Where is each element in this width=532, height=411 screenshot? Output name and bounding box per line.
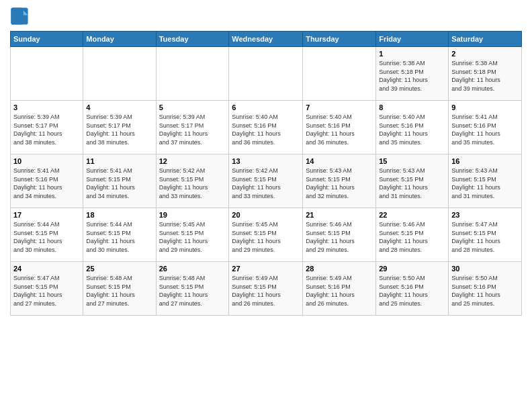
col-header-tuesday: Tuesday (156, 32, 229, 47)
day-number: 9 (451, 103, 519, 111)
day-detail: Sunrise: 5:46 AM Sunset: 5:15 PM Dayligh… (379, 220, 445, 254)
day-cell: 22Sunrise: 5:46 AM Sunset: 5:15 PM Dayli… (376, 208, 449, 262)
day-number: 6 (232, 103, 300, 111)
day-number: 4 (86, 103, 152, 111)
day-cell: 26Sunrise: 5:48 AM Sunset: 5:15 PM Dayli… (156, 262, 229, 316)
day-cell: 27Sunrise: 5:49 AM Sunset: 5:15 PM Dayli… (229, 262, 303, 316)
day-cell: 16Sunrise: 5:43 AM Sunset: 5:15 PM Dayli… (449, 154, 522, 208)
day-cell: 6Sunrise: 5:40 AM Sunset: 5:16 PM Daylig… (229, 101, 303, 154)
day-number: 23 (451, 211, 519, 219)
day-number: 30 (451, 265, 519, 273)
day-cell: 1Sunrise: 5:38 AM Sunset: 5:18 PM Daylig… (376, 47, 449, 101)
day-number: 11 (86, 157, 152, 165)
day-cell: 5Sunrise: 5:39 AM Sunset: 5:17 PM Daylig… (156, 101, 229, 154)
header (10, 7, 522, 26)
day-detail: Sunrise: 5:49 AM Sunset: 5:16 PM Dayligh… (306, 274, 373, 308)
day-cell: 23Sunrise: 5:47 AM Sunset: 5:15 PM Dayli… (449, 208, 522, 262)
day-number: 5 (159, 103, 226, 111)
day-cell: 2Sunrise: 5:38 AM Sunset: 5:18 PM Daylig… (449, 47, 522, 101)
logo (10, 7, 32, 26)
day-detail: Sunrise: 5:41 AM Sunset: 5:16 PM Dayligh… (451, 113, 519, 146)
day-detail: Sunrise: 5:50 AM Sunset: 5:16 PM Dayligh… (379, 274, 445, 308)
day-number: 28 (306, 265, 373, 273)
day-cell: 15Sunrise: 5:43 AM Sunset: 5:15 PM Dayli… (376, 154, 449, 208)
day-number: 12 (159, 157, 226, 165)
day-number: 1 (379, 50, 445, 58)
day-detail: Sunrise: 5:41 AM Sunset: 5:15 PM Dayligh… (86, 167, 152, 200)
day-detail: Sunrise: 5:44 AM Sunset: 5:15 PM Dayligh… (86, 220, 152, 254)
week-row-0: 1Sunrise: 5:38 AM Sunset: 5:18 PM Daylig… (11, 47, 522, 101)
day-cell (11, 47, 83, 101)
page-container: SundayMondayTuesdayWednesdayThursdayFrid… (0, 0, 532, 322)
week-row-1: 3Sunrise: 5:39 AM Sunset: 5:17 PM Daylig… (11, 101, 522, 154)
week-row-4: 24Sunrise: 5:47 AM Sunset: 5:15 PM Dayli… (11, 262, 522, 316)
week-row-3: 17Sunrise: 5:44 AM Sunset: 5:15 PM Dayli… (11, 208, 522, 262)
day-cell: 10Sunrise: 5:41 AM Sunset: 5:16 PM Dayli… (11, 154, 83, 208)
day-number: 18 (86, 211, 152, 219)
day-cell (83, 47, 156, 101)
day-cell: 29Sunrise: 5:50 AM Sunset: 5:16 PM Dayli… (376, 262, 449, 316)
day-number: 16 (451, 157, 519, 165)
day-detail: Sunrise: 5:40 AM Sunset: 5:16 PM Dayligh… (306, 113, 373, 146)
day-cell: 13Sunrise: 5:42 AM Sunset: 5:15 PM Dayli… (229, 154, 303, 208)
col-header-friday: Friday (376, 32, 449, 47)
day-number: 24 (13, 265, 80, 273)
day-cell: 4Sunrise: 5:39 AM Sunset: 5:17 PM Daylig… (83, 101, 156, 154)
col-header-thursday: Thursday (303, 32, 376, 47)
day-number: 17 (13, 211, 80, 219)
day-number: 8 (379, 103, 445, 111)
day-cell: 18Sunrise: 5:44 AM Sunset: 5:15 PM Dayli… (83, 208, 156, 262)
day-number: 13 (232, 157, 300, 165)
day-number: 7 (306, 103, 373, 111)
day-number: 2 (451, 50, 519, 58)
day-number: 26 (159, 265, 226, 273)
col-header-monday: Monday (83, 32, 156, 47)
day-detail: Sunrise: 5:50 AM Sunset: 5:16 PM Dayligh… (451, 274, 519, 308)
day-cell: 12Sunrise: 5:42 AM Sunset: 5:15 PM Dayli… (156, 154, 229, 208)
calendar-table: SundayMondayTuesdayWednesdayThursdayFrid… (10, 31, 522, 316)
day-detail: Sunrise: 5:48 AM Sunset: 5:15 PM Dayligh… (86, 274, 152, 308)
day-detail: Sunrise: 5:38 AM Sunset: 5:18 PM Dayligh… (379, 59, 445, 93)
svg-rect-2 (11, 7, 23, 24)
day-cell (303, 47, 376, 101)
day-cell: 3Sunrise: 5:39 AM Sunset: 5:17 PM Daylig… (11, 101, 83, 154)
day-cell: 24Sunrise: 5:47 AM Sunset: 5:15 PM Dayli… (11, 262, 83, 316)
day-cell: 8Sunrise: 5:40 AM Sunset: 5:16 PM Daylig… (376, 101, 449, 154)
col-header-sunday: Sunday (11, 32, 83, 47)
day-detail: Sunrise: 5:38 AM Sunset: 5:18 PM Dayligh… (451, 59, 519, 93)
day-detail: Sunrise: 5:39 AM Sunset: 5:17 PM Dayligh… (159, 113, 226, 146)
day-detail: Sunrise: 5:40 AM Sunset: 5:16 PM Dayligh… (232, 113, 300, 146)
day-cell: 25Sunrise: 5:48 AM Sunset: 5:15 PM Dayli… (83, 262, 156, 316)
day-cell: 20Sunrise: 5:45 AM Sunset: 5:15 PM Dayli… (229, 208, 303, 262)
day-number: 15 (379, 157, 445, 165)
day-detail: Sunrise: 5:47 AM Sunset: 5:15 PM Dayligh… (451, 220, 519, 254)
day-cell: 30Sunrise: 5:50 AM Sunset: 5:16 PM Dayli… (449, 262, 522, 316)
day-detail: Sunrise: 5:43 AM Sunset: 5:15 PM Dayligh… (306, 167, 373, 200)
day-number: 21 (306, 211, 373, 219)
header-row: SundayMondayTuesdayWednesdayThursdayFrid… (11, 32, 522, 47)
col-header-saturday: Saturday (449, 32, 522, 47)
day-cell: 11Sunrise: 5:41 AM Sunset: 5:15 PM Dayli… (83, 154, 156, 208)
logo-icon (10, 7, 29, 26)
day-number: 22 (379, 211, 445, 219)
day-detail: Sunrise: 5:43 AM Sunset: 5:15 PM Dayligh… (379, 167, 445, 200)
day-detail: Sunrise: 5:41 AM Sunset: 5:16 PM Dayligh… (13, 167, 80, 200)
day-cell: 7Sunrise: 5:40 AM Sunset: 5:16 PM Daylig… (303, 101, 376, 154)
day-detail: Sunrise: 5:44 AM Sunset: 5:15 PM Dayligh… (13, 220, 80, 254)
day-detail: Sunrise: 5:45 AM Sunset: 5:15 PM Dayligh… (232, 220, 300, 254)
day-detail: Sunrise: 5:39 AM Sunset: 5:17 PM Dayligh… (86, 113, 152, 146)
day-detail: Sunrise: 5:45 AM Sunset: 5:15 PM Dayligh… (159, 220, 226, 254)
col-header-wednesday: Wednesday (229, 32, 303, 47)
day-cell (229, 47, 303, 101)
day-detail: Sunrise: 5:43 AM Sunset: 5:15 PM Dayligh… (451, 167, 519, 200)
day-number: 10 (13, 157, 80, 165)
day-cell: 19Sunrise: 5:45 AM Sunset: 5:15 PM Dayli… (156, 208, 229, 262)
day-cell (156, 47, 229, 101)
day-cell: 21Sunrise: 5:46 AM Sunset: 5:15 PM Dayli… (303, 208, 376, 262)
day-detail: Sunrise: 5:40 AM Sunset: 5:16 PM Dayligh… (379, 113, 445, 146)
day-number: 14 (306, 157, 373, 165)
day-number: 20 (232, 211, 300, 219)
day-cell: 17Sunrise: 5:44 AM Sunset: 5:15 PM Dayli… (11, 208, 83, 262)
day-number: 19 (159, 211, 226, 219)
day-cell: 9Sunrise: 5:41 AM Sunset: 5:16 PM Daylig… (449, 101, 522, 154)
